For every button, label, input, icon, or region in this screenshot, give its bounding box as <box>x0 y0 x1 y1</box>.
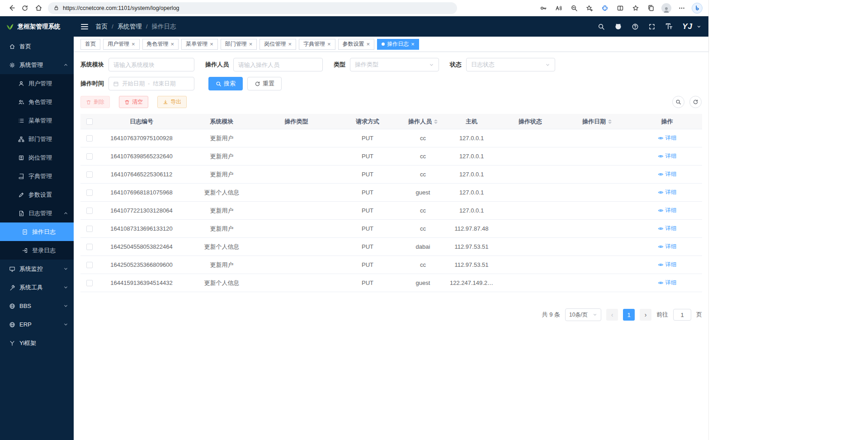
detail-link[interactable]: 详细 <box>658 261 677 269</box>
close-icon[interactable]: × <box>367 41 370 47</box>
close-icon[interactable]: × <box>411 41 415 47</box>
sidebar-item-menu-mgmt[interactable]: 菜单管理 <box>0 111 74 130</box>
sidebar-item-user-mgmt[interactable]: 用户管理 <box>0 74 74 93</box>
refresh-table-button[interactable] <box>689 96 702 108</box>
toggle-search-button[interactable] <box>672 96 684 108</box>
cell-method: PUT <box>334 189 401 196</box>
sidebar-item-log-mgmt[interactable]: 日志管理 <box>0 204 74 222</box>
col-date-sortable[interactable]: 操作日期 <box>562 118 632 126</box>
bing-copilot-icon[interactable] <box>690 2 704 14</box>
next-page-button[interactable]: › <box>640 309 651 321</box>
sidebar-item-param-settings[interactable]: 参数设置 <box>0 185 74 204</box>
tab-post-mgmt[interactable]: 岗位管理× <box>259 39 296 50</box>
col-operator-sortable[interactable]: 操作人员 <box>401 118 444 126</box>
tab-role-mgmt[interactable]: 角色管理× <box>142 39 179 50</box>
tab-dept-mgmt[interactable]: 部门管理× <box>221 39 257 50</box>
row-checkbox[interactable] <box>86 135 93 142</box>
delete-button[interactable]: 删除 <box>80 96 110 108</box>
row-checkbox[interactable] <box>86 244 93 250</box>
export-button[interactable]: 导出 <box>157 96 187 108</box>
font-size-icon[interactable] <box>665 23 673 30</box>
sidebar-item-dict-mgmt[interactable]: 字典管理 <box>0 167 74 185</box>
close-icon[interactable]: × <box>288 41 292 47</box>
sidebar-item-yi-framework[interactable]: Yi框架 <box>0 334 74 352</box>
detail-link[interactable]: 详细 <box>658 225 677 232</box>
close-icon[interactable]: × <box>210 41 213 47</box>
type-select[interactable]: 操作类型 <box>350 58 439 71</box>
module-input[interactable] <box>108 58 194 71</box>
reset-button[interactable]: 重置 <box>247 77 282 90</box>
detail-link[interactable]: 详细 <box>658 243 677 251</box>
detail-link[interactable]: 详细 <box>658 189 677 196</box>
sidebar-item-system[interactable]: 系统管理 <box>0 56 74 74</box>
address-bar[interactable]: https://ccnetcore.com:1101/system/log/op… <box>48 2 457 14</box>
sidebar-item-tools[interactable]: 系统工具 <box>0 278 74 297</box>
operator-input[interactable] <box>233 58 323 71</box>
sidebar-item-erp[interactable]: ERP <box>0 315 74 334</box>
row-checkbox[interactable] <box>86 153 93 160</box>
refresh-icon[interactable] <box>18 2 32 14</box>
read-aloud-icon[interactable] <box>552 2 566 14</box>
help-icon[interactable] <box>632 23 639 30</box>
close-icon[interactable]: × <box>249 41 253 47</box>
goto-page-input[interactable] <box>673 309 691 321</box>
home-icon[interactable] <box>32 2 45 14</box>
detail-link[interactable]: 详细 <box>658 170 677 178</box>
row-checkbox[interactable] <box>86 280 93 286</box>
tab-user-mgmt[interactable]: 用户管理× <box>103 39 140 50</box>
row-checkbox[interactable] <box>86 189 93 196</box>
detail-link[interactable]: 详细 <box>658 134 677 142</box>
favorite-add-icon[interactable] <box>583 2 596 14</box>
tab-param-settings[interactable]: 参数设置× <box>338 39 375 50</box>
sidebar-item-operlog[interactable]: 操作日志 <box>0 222 74 241</box>
sidebar-item-home[interactable]: 首页 <box>0 37 74 56</box>
detail-link[interactable]: 详细 <box>658 207 677 214</box>
favorites-bar-icon[interactable] <box>629 2 642 14</box>
tab-dict-mgmt[interactable]: 字典管理× <box>299 39 335 50</box>
sidebar-item-monitor[interactable]: 系统监控 <box>0 260 74 278</box>
search-icon[interactable] <box>598 23 605 30</box>
row-checkbox[interactable] <box>86 208 93 214</box>
prev-page-button[interactable]: ‹ <box>606 309 618 321</box>
users-icon <box>18 99 24 105</box>
user-logo[interactable]: YJ <box>682 22 693 31</box>
breadcrumb-home[interactable]: 首页 <box>95 23 108 31</box>
search-button[interactable]: 搜索 <box>208 77 243 90</box>
sidebar-item-bbs[interactable]: BBS <box>0 297 74 315</box>
detail-link[interactable]: 详细 <box>658 152 677 160</box>
select-all-checkbox[interactable] <box>86 118 93 125</box>
clear-button[interactable]: 清空 <box>119 96 148 108</box>
password-key-icon[interactable] <box>537 2 550 14</box>
close-icon[interactable]: × <box>171 41 175 47</box>
split-screen-icon[interactable] <box>613 2 627 14</box>
row-checkbox[interactable] <box>86 171 93 178</box>
more-options-icon[interactable] <box>675 2 689 14</box>
close-icon[interactable]: × <box>327 41 331 47</box>
date-range-picker[interactable]: 开始日期 - 结束日期 <box>108 77 194 90</box>
menu-toggle-icon[interactable] <box>81 24 88 29</box>
status-select[interactable]: 日志状态 <box>466 58 555 71</box>
page-1-button[interactable]: 1 <box>623 309 635 321</box>
sidebar-item-role-mgmt[interactable]: 角色管理 <box>0 93 74 111</box>
chevron-down-icon[interactable] <box>697 24 701 29</box>
sidebar-item-post-mgmt[interactable]: 岗位管理 <box>0 148 74 167</box>
github-icon[interactable] <box>614 23 622 30</box>
back-icon[interactable] <box>5 2 18 14</box>
tab-home[interactable]: 首页 <box>80 39 100 50</box>
fullscreen-icon[interactable] <box>648 23 656 30</box>
row-checkbox[interactable] <box>86 262 93 268</box>
sidebar-item-loginlog[interactable]: 登录日志 <box>0 241 74 260</box>
sidebar-item-dept-mgmt[interactable]: 部门管理 <box>0 130 74 148</box>
tab-menu-mgmt[interactable]: 菜单管理× <box>181 39 218 50</box>
profile-avatar[interactable] <box>660 2 673 14</box>
collections-icon[interactable] <box>644 2 658 14</box>
row-checkbox[interactable] <box>86 226 93 232</box>
tab-operlog[interactable]: 操作日志× <box>377 39 419 50</box>
zoom-out-icon[interactable] <box>567 2 581 14</box>
detail-link[interactable]: 详细 <box>658 279 677 287</box>
page-size-select[interactable]: 10条/页 <box>565 308 601 321</box>
breadcrumb-system[interactable]: 系统管理 <box>118 23 142 31</box>
submenu-system: 用户管理 角色管理 菜单管理 部门管理 岗位管理 <box>0 74 74 260</box>
close-icon[interactable]: × <box>132 41 135 47</box>
extensions-icon[interactable] <box>598 2 612 14</box>
